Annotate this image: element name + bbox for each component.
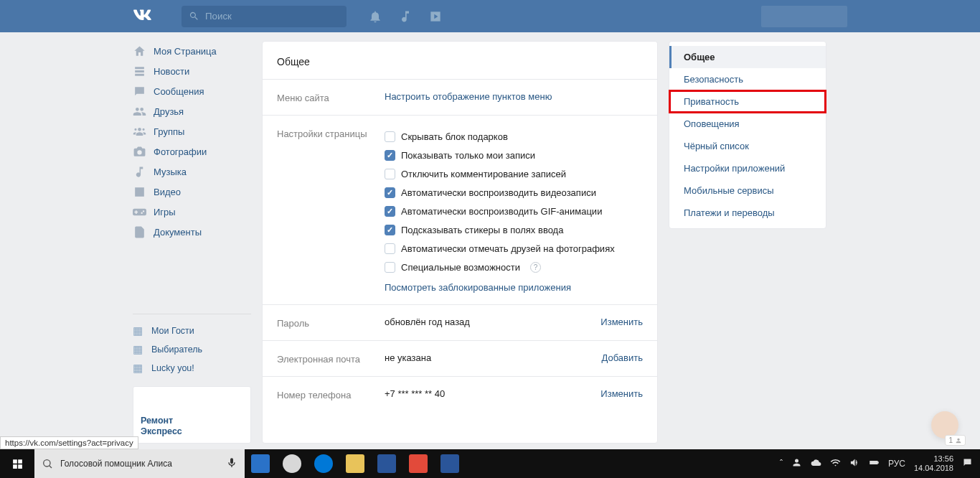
nav-groups[interactable]: Группы (133, 121, 251, 141)
checkbox-row[interactable]: Подсказывать стикеры в полях ввода (385, 220, 643, 239)
taskbar-app[interactable] (276, 449, 308, 478)
topbar-icons (368, 9, 443, 24)
checkbox-row[interactable]: Отключить комментирование записей (385, 164, 643, 183)
nav-messages[interactable]: Сообщения (133, 81, 251, 101)
checkbox-row[interactable]: Скрывать блок подарков (385, 127, 643, 146)
app-vibiratel[interactable]: ▦Выбиратель (133, 340, 251, 359)
add-email-link[interactable]: Добавить (602, 352, 643, 365)
nav-label: Фотографии (154, 146, 207, 157)
settings-tab-privacy[interactable]: Приватность (669, 90, 826, 113)
change-password-link[interactable]: Изменить (600, 317, 643, 329)
change-phone-link[interactable]: Изменить (600, 388, 643, 400)
vk-logo[interactable] (133, 5, 153, 27)
checkbox-label: Автоматически отмечать друзей на фотогра… (401, 243, 615, 254)
notifications-icon[interactable] (368, 9, 382, 24)
ad-block[interactable]: Ремонт Экспресс (133, 386, 251, 444)
nav-my-page[interactable]: Моя Страница (133, 41, 251, 61)
checkbox[interactable] (385, 243, 395, 254)
video-icon[interactable] (428, 9, 443, 24)
taskbar-app[interactable] (434, 449, 466, 478)
row-password: Пароль обновлён год назад Изменить (263, 304, 657, 340)
search-box[interactable] (182, 6, 347, 27)
row-value: не указана (385, 352, 602, 365)
nav-label: Сообщения (154, 86, 204, 97)
checkbox-label: Подсказывать стикеры в полях ввода (401, 225, 563, 235)
help-icon[interactable]: ? (530, 262, 541, 273)
checkbox-label: Автоматически воспроизводить видеозаписи (401, 187, 596, 198)
nav-label: Видео (154, 187, 181, 197)
mic-icon[interactable] (226, 456, 237, 472)
row-value: обновлён год назад (385, 317, 600, 329)
tray-clock[interactable]: 13:56 14.04.2018 (914, 454, 953, 473)
nav-photos[interactable]: Фотографии (133, 141, 251, 161)
windows-taskbar: Голосовой помощник Алиса ˆ РУС 13:56 14.… (0, 449, 980, 478)
nav-friends[interactable]: Друзья (133, 101, 251, 121)
checkbox[interactable] (385, 262, 395, 273)
app-guests[interactable]: ▦Мои Гости (133, 322, 251, 340)
row-phone: Номер телефона +7 *** *** ** 40 Изменить (263, 376, 657, 412)
nav-news[interactable]: Новости (133, 61, 251, 81)
checkbox-label: Автоматически воспроизводить GIF-анимаци… (401, 206, 602, 217)
settings-tab-notifications[interactable]: Оповещения (669, 113, 826, 135)
row-value: +7 *** *** ** 40 (385, 388, 600, 400)
settings-tabs: ОбщееБезопасностьПриватностьОповещенияЧё… (669, 41, 826, 229)
settings-tab-payments[interactable]: Платежи и переводы (669, 202, 826, 224)
taskbar-search[interactable]: Голосовой помощник Алиса (34, 449, 245, 478)
checkbox-row[interactable]: Автоматически отмечать друзей на фотогра… (385, 239, 643, 258)
checkbox[interactable] (385, 225, 395, 235)
tray-notifications-icon[interactable] (962, 457, 973, 470)
checkbox-label: Специальные возможности (401, 262, 520, 273)
settings-tab-general[interactable]: Общее (669, 46, 826, 68)
checkbox-row[interactable]: Специальные возможности? (385, 258, 643, 276)
settings-tab-security[interactable]: Безопасность (669, 68, 826, 90)
nav-games[interactable]: Игры (133, 202, 251, 222)
system-tray: ˆ РУС 13:56 14.04.2018 (773, 454, 980, 473)
checkbox[interactable] (385, 187, 395, 198)
profile-menu[interactable] (761, 6, 847, 27)
taskbar-app[interactable] (371, 449, 402, 478)
row-label: Электронная почта (277, 352, 385, 365)
taskbar-app[interactable] (402, 449, 434, 478)
nav-video[interactable]: Видео (133, 182, 251, 202)
tray-wifi-icon[interactable] (830, 457, 841, 470)
start-button[interactable] (0, 449, 34, 478)
taskbar-app[interactable] (339, 449, 371, 478)
blocked-apps-link[interactable]: Посмотреть заблокированные приложения (385, 282, 571, 293)
tray-battery-icon[interactable] (869, 457, 880, 470)
app-lucky[interactable]: ▦Lucky you! (133, 359, 251, 378)
music-icon[interactable] (398, 9, 413, 24)
taskbar-search-text: Голосовой помощник Алиса (60, 459, 172, 469)
chat-count[interactable]: 1 (945, 435, 966, 446)
checkbox-row[interactable]: Автоматически воспроизводить GIF-анимаци… (385, 202, 643, 220)
tray-cloud-icon[interactable] (811, 457, 821, 470)
checkbox-row[interactable]: Показывать только мои записи (385, 146, 643, 164)
row-menu: Меню сайта Настроить отображение пунктов… (263, 79, 657, 115)
search-input[interactable] (205, 11, 326, 22)
nav-label: Друзья (154, 106, 184, 117)
separator (133, 314, 251, 314)
tray-people-icon[interactable] (791, 457, 802, 470)
nav-docs[interactable]: Документы (133, 222, 251, 242)
nav-music[interactable]: Музыка (133, 161, 251, 182)
settings-tab-blacklist[interactable]: Чёрный список (669, 135, 826, 157)
row-label: Меню сайта (277, 91, 385, 103)
checkbox[interactable] (385, 131, 395, 142)
configure-menu-link[interactable]: Настроить отображение пунктов меню (385, 91, 552, 102)
section-title: Общее (263, 42, 657, 79)
row-label: Настройки страницы (277, 127, 385, 293)
taskbar-app[interactable] (308, 449, 339, 478)
row-label: Пароль (277, 317, 385, 329)
settings-tab-mobile[interactable]: Мобильные сервисы (669, 179, 826, 202)
tray-lang[interactable]: РУС (888, 459, 905, 469)
taskbar-app[interactable] (245, 449, 276, 478)
nav-label: Новости (154, 66, 189, 77)
checkbox[interactable] (385, 150, 395, 161)
tray-up-icon[interactable]: ˆ (780, 459, 783, 469)
checkbox-row[interactable]: Автоматически воспроизводить видеозаписи (385, 183, 643, 202)
settings-tab-apps[interactable]: Настройки приложений (669, 157, 826, 179)
row-email: Электронная почта не указана Добавить (263, 340, 657, 376)
row-page-settings: Настройки страницы Скрывать блок подарко… (263, 115, 657, 304)
checkbox[interactable] (385, 206, 395, 217)
checkbox[interactable] (385, 169, 395, 179)
tray-volume-icon[interactable] (849, 457, 860, 470)
